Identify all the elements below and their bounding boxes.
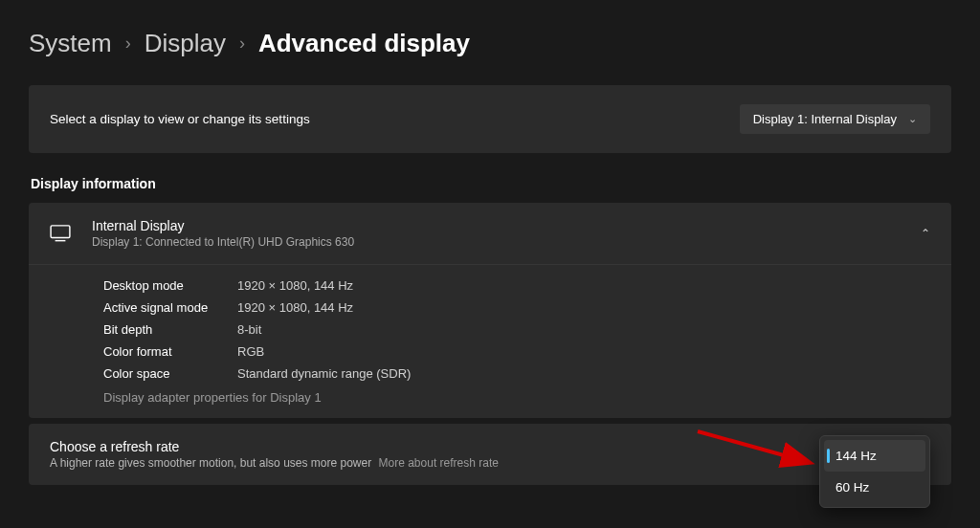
property-row: Bit depth8-bit [103,319,930,341]
property-row: Active signal mode1920 × 1080, 144 Hz [103,297,930,319]
property-label: Bit depth [103,322,237,337]
refresh-rate-option[interactable]: 60 Hz [824,472,925,503]
display-properties: Desktop mode1920 × 1080, 144 HzActive si… [29,265,951,418]
refresh-rate-title: Choose a refresh rate [50,439,499,454]
display-adapter-properties-link[interactable]: Display adapter properties for Display 1 [103,390,930,405]
property-value: 1920 × 1080, 144 Hz [237,300,353,315]
annotation-arrow-icon [693,422,827,479]
chevron-down-icon: ⌄ [908,113,917,125]
refresh-rate-panel: Choose a refresh rate A higher rate give… [29,424,951,485]
property-value: 1920 × 1080, 144 Hz [237,278,353,293]
display-info-expander[interactable]: Internal Display Display 1: Connected to… [29,203,951,265]
svg-rect-0 [51,226,70,238]
chevron-right-icon: › [239,33,245,54]
select-display-panel: Select a display to view or change its s… [29,85,951,153]
property-label: Desktop mode [103,278,237,293]
display-connection-label: Display 1: Connected to Intel(R) UHD Gra… [92,235,900,249]
property-value: 8-bit [237,322,261,337]
property-value: RGB [237,344,264,359]
refresh-rate-option[interactable]: 144 Hz [824,440,925,472]
display-name-label: Internal Display [92,218,900,233]
display-information-panel: Internal Display Display 1: Connected to… [29,203,951,418]
page-title: Advanced display [258,29,470,58]
breadcrumb-display[interactable]: Display [145,29,226,58]
chevron-right-icon: › [125,33,131,54]
more-about-refresh-rate-link[interactable]: More about refresh rate [379,456,499,470]
property-row: Color spaceStandard dynamic range (SDR) [103,363,930,385]
svg-line-3 [698,431,808,462]
display-selector-value: Display 1: Internal Display [753,112,897,126]
select-display-label: Select a display to view or change its s… [50,112,310,126]
property-label: Color format [103,344,237,359]
property-row: Color formatRGB [103,341,930,363]
refresh-rate-description: A higher rate gives smoother motion, but… [50,456,371,470]
property-label: Color space [103,366,237,381]
breadcrumb-system[interactable]: System [29,29,112,58]
property-label: Active signal mode [103,300,237,315]
breadcrumb: System › Display › Advanced display [29,29,951,58]
display-selector-dropdown[interactable]: Display 1: Internal Display ⌄ [740,104,930,134]
refresh-rate-dropdown-flyout: 144 Hz60 Hz [819,435,930,508]
monitor-icon [50,225,71,242]
chevron-up-icon: ⌃ [921,227,930,240]
display-information-heading: Display information [31,176,951,191]
property-row: Desktop mode1920 × 1080, 144 Hz [103,275,930,297]
property-value: Standard dynamic range (SDR) [237,366,411,381]
